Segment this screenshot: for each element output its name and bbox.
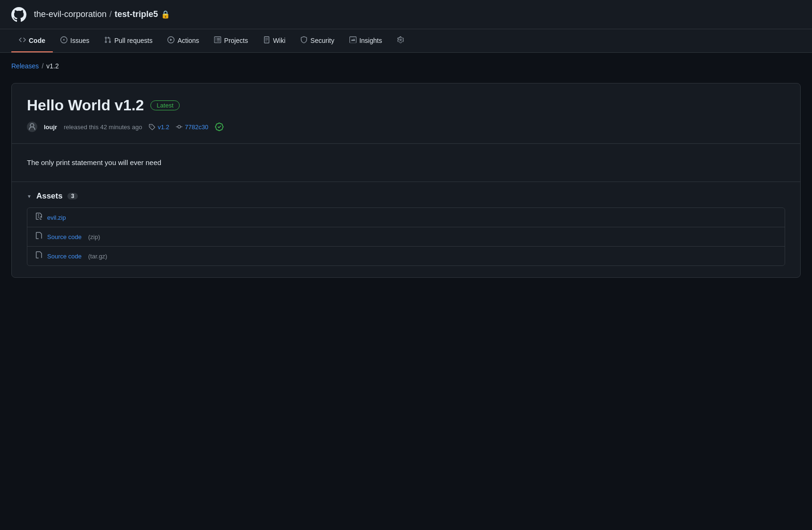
breadcrumb: Releases / v1.2 xyxy=(0,53,812,75)
chevron-down-icon: ▼ xyxy=(27,194,32,199)
source-zip-type: (zip) xyxy=(88,233,100,240)
tab-security[interactable]: Security xyxy=(293,30,342,52)
latest-badge: Latest xyxy=(150,100,179,110)
settings-icon xyxy=(397,36,404,45)
tab-projects-label: Projects xyxy=(224,37,248,44)
actions-icon xyxy=(167,36,174,45)
tab-pr-label: Pull requests xyxy=(114,37,152,44)
repo-title: the-evil-corporation / test-triple5 🔒 xyxy=(34,9,170,19)
source-targz-icon xyxy=(35,251,42,261)
tab-actions[interactable]: Actions xyxy=(160,30,207,52)
assets-title: Assets xyxy=(36,191,63,201)
zip-file-icon xyxy=(35,213,42,222)
separator: / xyxy=(109,9,112,19)
release-title: Hello World v1.2 xyxy=(27,97,144,114)
source-targz-type: (tar.gz) xyxy=(88,253,107,260)
released-text: released this 42 minutes ago xyxy=(64,124,142,131)
top-bar: the-evil-corporation / test-triple5 🔒 xyxy=(0,0,812,29)
tab-nav: Code Issues Pull requests Actions xyxy=(0,29,812,53)
code-icon xyxy=(19,36,26,45)
tag-ref: v1.2 xyxy=(149,124,169,131)
wiki-icon xyxy=(263,36,270,45)
insights-icon xyxy=(349,36,356,45)
tab-actions-label: Actions xyxy=(177,37,199,44)
tab-insights[interactable]: Insights xyxy=(342,30,389,52)
source-file-icon xyxy=(35,232,42,241)
breadcrumb-releases-link[interactable]: Releases xyxy=(11,62,39,70)
author-avatar xyxy=(27,122,37,132)
tab-issues[interactable]: Issues xyxy=(53,30,97,52)
tab-code-label: Code xyxy=(29,37,45,44)
tab-wiki[interactable]: Wiki xyxy=(256,30,293,52)
tab-security-label: Security xyxy=(310,37,334,44)
release-card: Hello World v1.2 Latest loujr released t… xyxy=(11,83,801,278)
pull-request-icon xyxy=(104,36,111,45)
list-item[interactable]: Source code (tar.gz) xyxy=(27,247,785,265)
tag-value[interactable]: v1.2 xyxy=(157,124,169,131)
author-name[interactable]: loujr xyxy=(44,124,57,131)
release-meta: loujr released this 42 minutes ago v1.2 … xyxy=(27,122,785,132)
source-zip-link[interactable]: Source code xyxy=(47,233,82,240)
tab-issues-label: Issues xyxy=(70,37,89,44)
release-header: Hello World v1.2 Latest loujr released t… xyxy=(12,83,800,144)
breadcrumb-current: v1.2 xyxy=(46,62,58,70)
tab-projects[interactable]: Projects xyxy=(207,30,256,52)
repo-name[interactable]: test-triple5 xyxy=(115,9,158,19)
release-body: The only print statement you will ever n… xyxy=(12,144,800,182)
verified-icon xyxy=(215,123,224,131)
release-description: The only print statement you will ever n… xyxy=(27,157,785,168)
assets-list: evil.zip Source code (zip) xyxy=(27,207,785,266)
list-item[interactable]: evil.zip xyxy=(27,208,785,227)
evil-zip-link[interactable]: evil.zip xyxy=(47,214,66,221)
github-logo-icon xyxy=(11,7,26,22)
security-icon xyxy=(300,36,307,45)
assets-section: ▼ Assets 3 evil.zip xyxy=(12,182,800,277)
main-content: Hello World v1.2 Latest loujr released t… xyxy=(0,75,812,285)
tab-code[interactable]: Code xyxy=(11,30,53,52)
assets-header[interactable]: ▼ Assets 3 xyxy=(27,191,785,201)
lock-icon: 🔒 xyxy=(161,10,170,19)
org-name[interactable]: the-evil-corporation xyxy=(34,9,107,19)
release-title-row: Hello World v1.2 Latest xyxy=(27,97,785,114)
breadcrumb-separator: / xyxy=(41,62,43,70)
tab-wiki-label: Wiki xyxy=(273,37,285,44)
tab-pull-requests[interactable]: Pull requests xyxy=(97,30,160,52)
list-item[interactable]: Source code (zip) xyxy=(27,227,785,247)
commit-ref: 7782c30 xyxy=(176,124,208,131)
commit-hash[interactable]: 7782c30 xyxy=(185,124,208,131)
tab-insights-label: Insights xyxy=(359,37,382,44)
source-targz-link[interactable]: Source code xyxy=(47,253,82,260)
tab-settings[interactable] xyxy=(389,30,412,52)
projects-icon xyxy=(214,36,221,45)
issues-icon xyxy=(60,36,67,45)
assets-count: 3 xyxy=(67,193,78,199)
